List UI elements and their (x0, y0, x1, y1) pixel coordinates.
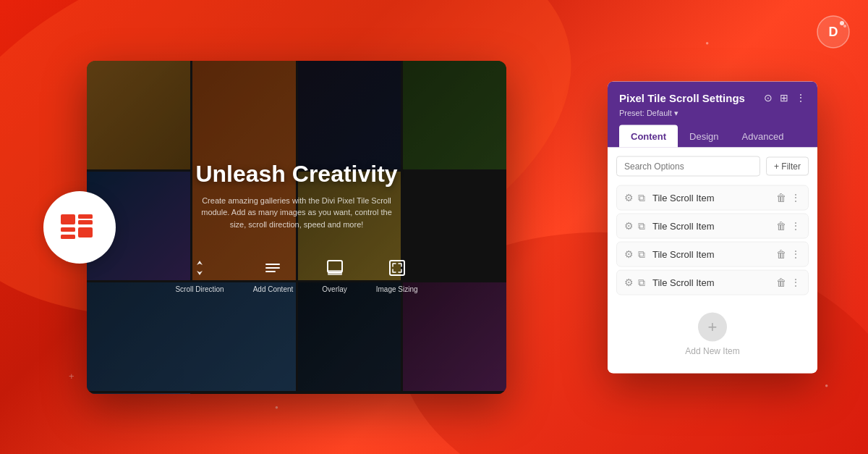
deco-dot-4: ● (275, 404, 278, 411)
item-label-3: Tile Scroll Item (652, 248, 769, 259)
icon-image-sizing: Image Sizing (376, 256, 418, 293)
tab-advanced[interactable]: Advanced (731, 125, 796, 147)
item-settings-icon-4[interactable]: ⚙ (624, 277, 634, 288)
overlay-icon (323, 256, 346, 279)
deco-plus-2: + (69, 371, 75, 382)
panel-header-icons: ⊙ ⊞ ⋮ (764, 92, 806, 104)
settings-icon[interactable]: ⊙ (764, 92, 773, 104)
add-item-label: Add New Item (685, 345, 739, 356)
scroll-direction-icon (188, 256, 211, 279)
icon-overlay: Overlay (322, 256, 346, 293)
icon-label-scroll: Scroll Direction (175, 285, 224, 293)
item-copy-icon-1[interactable]: ⧉ (638, 191, 645, 203)
filter-button[interactable]: + Filter (766, 156, 809, 175)
icon-label-sizing: Image Sizing (376, 285, 418, 293)
scroll-items-list: ⚙ ⧉ Tile Scroll Item 🗑 ⋮ ⚙ ⧉ Tile Scroll… (616, 185, 809, 295)
image-sizing-icon (386, 256, 409, 279)
item-delete-icon-1[interactable]: 🗑 (776, 192, 786, 203)
preview-card: Unleash Creativity Create amazing galler… (87, 61, 506, 394)
item-copy-icon-3[interactable]: ⧉ (638, 248, 645, 260)
svg-rect-4 (61, 214, 75, 224)
svg-point-3 (843, 25, 846, 28)
svg-rect-10 (265, 264, 280, 265)
svg-rect-12 (265, 271, 276, 272)
add-content-icon (261, 256, 284, 279)
scroll-item-row-3: ⚙ ⧉ Tile Scroll Item 🗑 ⋮ (616, 241, 809, 266)
panel-title: Pixel Tile Scroll Settings (619, 91, 745, 104)
tab-content[interactable]: Content (619, 125, 678, 147)
item-right-icons-2: 🗑 ⋮ (776, 220, 801, 232)
item-more-icon-4[interactable]: ⋮ (791, 277, 801, 288)
settings-panel: Pixel Tile Scroll Settings ⊙ ⊞ ⋮ Preset:… (608, 81, 817, 373)
more-icon[interactable]: ⋮ (796, 92, 806, 104)
icon-scroll-direction: Scroll Direction (175, 256, 224, 293)
scroll-item-row-4: ⚙ ⧉ Tile Scroll Item 🗑 ⋮ (616, 269, 809, 295)
tab-design[interactable]: Design (678, 125, 730, 147)
svg-rect-7 (61, 227, 75, 232)
item-settings-icon-3[interactable]: ⚙ (624, 248, 634, 260)
svg-rect-6 (78, 220, 93, 224)
item-right-icons-4: 🗑 ⋮ (776, 277, 801, 288)
preview-icons: Scroll Direction Add Content (175, 256, 417, 293)
item-left-icons-2: ⚙ ⧉ (624, 219, 645, 232)
layout-icon[interactable]: ⊞ (780, 92, 788, 104)
item-settings-icon-1[interactable]: ⚙ (624, 192, 634, 203)
scroll-item-row-2: ⚙ ⧉ Tile Scroll Item 🗑 ⋮ (616, 213, 809, 238)
preview-subtitle: Create amazing galleries with the Divi P… (195, 195, 398, 231)
plugin-icon-circle (43, 191, 116, 264)
icon-label-overlay: Overlay (322, 285, 346, 293)
item-label-1: Tile Scroll Item (652, 192, 769, 203)
svg-text:D: D (829, 25, 838, 39)
deco-dot-2: ● (705, 40, 709, 46)
item-more-icon-1[interactable]: ⋮ (791, 192, 801, 203)
item-delete-icon-2[interactable]: 🗑 (776, 220, 786, 232)
svg-rect-5 (78, 214, 93, 219)
panel-body: + Filter ⚙ ⧉ Tile Scroll Item 🗑 ⋮ ⚙ ⧉ (608, 147, 817, 373)
scroll-item-row-1: ⚙ ⧉ Tile Scroll Item 🗑 ⋮ (616, 185, 809, 210)
svg-rect-8 (61, 235, 75, 239)
svg-rect-15 (390, 261, 404, 275)
item-copy-icon-4[interactable]: ⧉ (638, 276, 645, 288)
search-input[interactable] (616, 156, 760, 176)
add-circle-icon: + (698, 312, 727, 341)
add-new-item[interactable]: + Add New Item (616, 303, 809, 364)
panel-title-row: Pixel Tile Scroll Settings ⊙ ⊞ ⋮ (619, 91, 806, 104)
item-left-icons-4: ⚙ ⧉ (624, 276, 645, 288)
preset-selector[interactable]: Preset: Default ▾ (619, 108, 806, 117)
item-label-2: Tile Scroll Item (652, 220, 769, 231)
svg-rect-11 (265, 267, 280, 269)
item-label-4: Tile Scroll Item (652, 277, 769, 287)
item-right-icons-3: 🗑 ⋮ (776, 248, 801, 260)
item-right-icons-1: 🗑 ⋮ (776, 192, 801, 203)
preview-overlay: Unleash Creativity Create amazing galler… (87, 61, 506, 394)
deco-dot-3: ● (825, 382, 828, 389)
item-delete-icon-4[interactable]: 🗑 (776, 277, 786, 288)
search-filter-row: + Filter (616, 156, 809, 176)
item-left-icons-3: ⚙ ⧉ (624, 248, 645, 260)
item-left-icons-1: ⚙ ⧉ (624, 191, 645, 203)
icon-label-add: Add Content (253, 285, 294, 293)
preview-title: Unleash Creativity (195, 161, 397, 188)
panel-header: Pixel Tile Scroll Settings ⊙ ⊞ ⋮ Preset:… (608, 81, 817, 147)
item-more-icon-2[interactable]: ⋮ (791, 220, 801, 232)
item-delete-icon-3[interactable]: 🗑 (776, 248, 786, 260)
item-more-icon-3[interactable]: ⋮ (791, 248, 801, 260)
item-settings-icon-2[interactable]: ⚙ (624, 220, 634, 232)
logo: D (816, 14, 851, 52)
icon-add-content: Add Content (253, 256, 294, 293)
svg-point-2 (840, 21, 844, 25)
svg-rect-9 (78, 227, 93, 237)
panel-tabs: Content Design Advanced (619, 125, 806, 147)
item-copy-icon-2[interactable]: ⧉ (638, 219, 645, 232)
svg-rect-14 (328, 270, 342, 275)
